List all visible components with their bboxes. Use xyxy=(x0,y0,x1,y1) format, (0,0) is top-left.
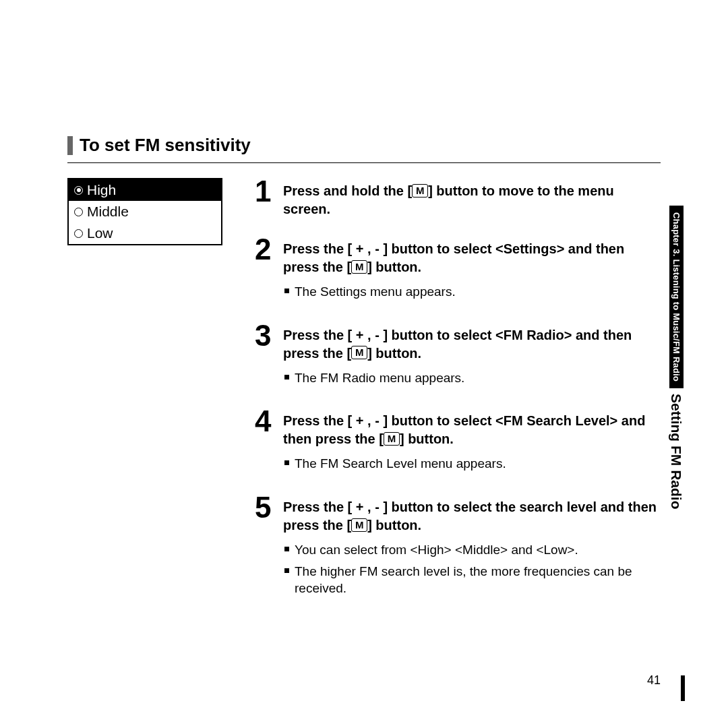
steps-list: 1Press and hold the [M] button to move t… xyxy=(255,178,661,619)
step-instruction: Press the [ + , - ] button to select <FM… xyxy=(283,326,661,363)
step-instruction-post: ] button. xyxy=(367,260,421,274)
side-chapter-label: Chapter 3. Listening to Music/FM Radio xyxy=(669,206,684,388)
section-heading-row: To set FM sensitivity xyxy=(67,135,661,163)
step-note-text: You can select from <High> <Middle> and … xyxy=(295,541,578,559)
step-instruction: Press the [ + , - ] button to select <FM… xyxy=(283,412,661,448)
side-tab: Chapter 3. Listening to Music/FM Radio S… xyxy=(667,206,685,556)
m-button-icon: M xyxy=(384,432,400,446)
step-instruction-pre: Press the [ + , - ] button to select <FM… xyxy=(283,413,645,446)
step: 4Press the [ + , - ] button to select <F… xyxy=(255,408,661,477)
step-number: 2 xyxy=(255,236,275,263)
square-bullet-icon xyxy=(284,460,289,465)
device-menu-item-label: Low xyxy=(87,225,113,241)
step: 3Press the [ + , - ] button to select <F… xyxy=(255,322,661,391)
step-instruction-pre: Press and hold the [ xyxy=(283,183,412,198)
step-note-text: The FM Radio menu appears. xyxy=(295,369,464,387)
step-instruction-pre: Press the [ + , - ] button to select <Se… xyxy=(283,241,624,274)
square-bullet-icon xyxy=(284,375,289,380)
device-menu-item-label: High xyxy=(87,182,116,198)
step-notes: You can select from <High> <Middle> and … xyxy=(283,541,661,597)
step-number: 3 xyxy=(255,322,275,349)
heading-accent-bar xyxy=(67,136,73,155)
radio-icon xyxy=(74,208,83,216)
step-instruction: Press and hold the [M] button to move to… xyxy=(283,182,661,218)
step-note-text: The FM Search Level menu appears. xyxy=(295,455,506,473)
square-bullet-icon xyxy=(284,547,289,551)
step-body: Press the [ + , - ] button to select the… xyxy=(283,494,661,601)
step-instruction-post: ] button. xyxy=(367,518,421,533)
square-bullet-icon xyxy=(284,289,289,293)
square-bullet-icon xyxy=(284,568,289,573)
step-instruction-pre: Press the [ + , - ] button to select <FM… xyxy=(283,328,632,361)
step-notes: The FM Search Level menu appears. xyxy=(283,455,661,473)
step-notes: The FM Radio menu appears. xyxy=(283,369,661,387)
step-body: Press the [ + , - ] button to select <FM… xyxy=(283,408,661,477)
radio-icon xyxy=(74,229,83,238)
device-menu-screenshot: HighMiddleLow xyxy=(67,178,222,245)
m-button-icon: M xyxy=(351,346,367,359)
step: 5Press the [ + , - ] button to select th… xyxy=(255,494,661,601)
m-button-icon: M xyxy=(351,260,367,274)
step-note-text: The higher FM search level is, the more … xyxy=(295,563,661,597)
device-menu-item: High xyxy=(69,179,221,201)
side-section-label: Setting FM Radio xyxy=(668,388,684,510)
step-instruction: Press the [ + , - ] button to select the… xyxy=(283,498,661,535)
step-number: 4 xyxy=(255,408,275,435)
step-note: You can select from <High> <Middle> and … xyxy=(284,541,661,559)
step-instruction-pre: Press the [ + , - ] button to select the… xyxy=(283,499,657,533)
step: 2Press the [ + , - ] button to select <S… xyxy=(255,236,661,305)
radio-icon xyxy=(74,186,83,195)
step: 1Press and hold the [M] button to move t… xyxy=(255,178,661,218)
step-instruction-post: ] button. xyxy=(367,346,421,361)
step-number: 1 xyxy=(255,178,275,205)
step-body: Press and hold the [M] button to move to… xyxy=(283,178,661,218)
page-corner-accent xyxy=(681,675,685,701)
page-number: 41 xyxy=(647,673,661,688)
step-note: The Settings menu appears. xyxy=(284,283,661,301)
step-body: Press the [ + , - ] button to select <Se… xyxy=(283,236,661,305)
step-body: Press the [ + , - ] button to select <FM… xyxy=(283,322,661,391)
device-menu-item-label: Middle xyxy=(87,204,129,220)
step-notes: The Settings menu appears. xyxy=(283,283,661,301)
device-menu-item: Middle xyxy=(69,201,221,222)
step-instruction-post: ] button. xyxy=(400,431,454,446)
step-note: The FM Radio menu appears. xyxy=(284,369,661,387)
m-button-icon: M xyxy=(412,184,428,198)
device-menu-item: Low xyxy=(69,222,221,244)
step-instruction: Press the [ + , - ] button to select <Se… xyxy=(283,240,661,276)
step-note: The FM Search Level menu appears. xyxy=(284,455,661,473)
m-button-icon: M xyxy=(351,518,367,532)
section-heading: To set FM sensitivity xyxy=(80,135,251,156)
step-number: 5 xyxy=(255,494,275,521)
step-note: The higher FM search level is, the more … xyxy=(284,563,661,597)
step-note-text: The Settings menu appears. xyxy=(295,283,456,301)
